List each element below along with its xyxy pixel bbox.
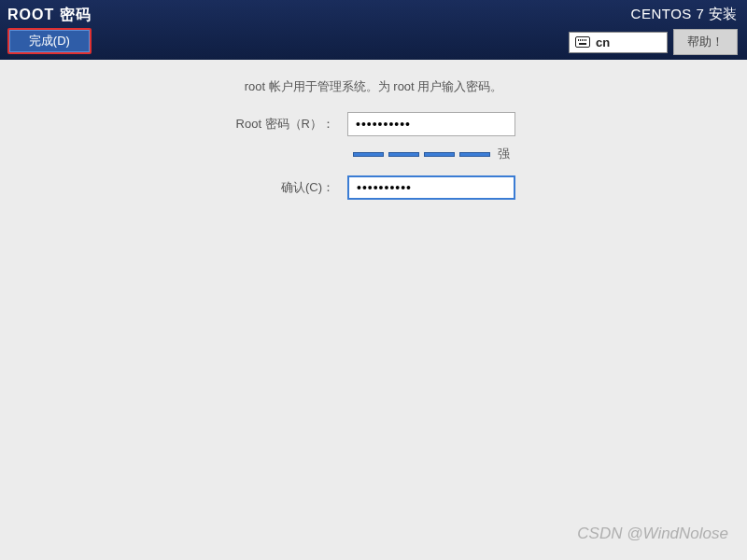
keyboard-icon (575, 36, 590, 48)
strength-label: 强 (498, 146, 510, 162)
language-selector[interactable]: cn (569, 32, 668, 53)
instruction-text: root 帐户用于管理系统。为 root 用户输入密码。 (37, 78, 710, 95)
language-code: cn (596, 35, 610, 49)
password-label: Root 密码（R）： (232, 116, 334, 133)
confirm-label: 确认(C)： (232, 179, 334, 196)
root-password-input[interactable] (347, 112, 515, 136)
page-title: ROOT 密码 (7, 6, 92, 25)
confirm-password-input[interactable] (347, 175, 515, 200)
strength-meter (353, 152, 490, 157)
watermark: CSDN @WindNolose (577, 525, 728, 543)
help-button[interactable]: 帮助！ (673, 29, 738, 55)
done-button[interactable]: 完成(D) (7, 28, 92, 54)
installer-title: CENTOS 7 安装 (631, 6, 738, 23)
